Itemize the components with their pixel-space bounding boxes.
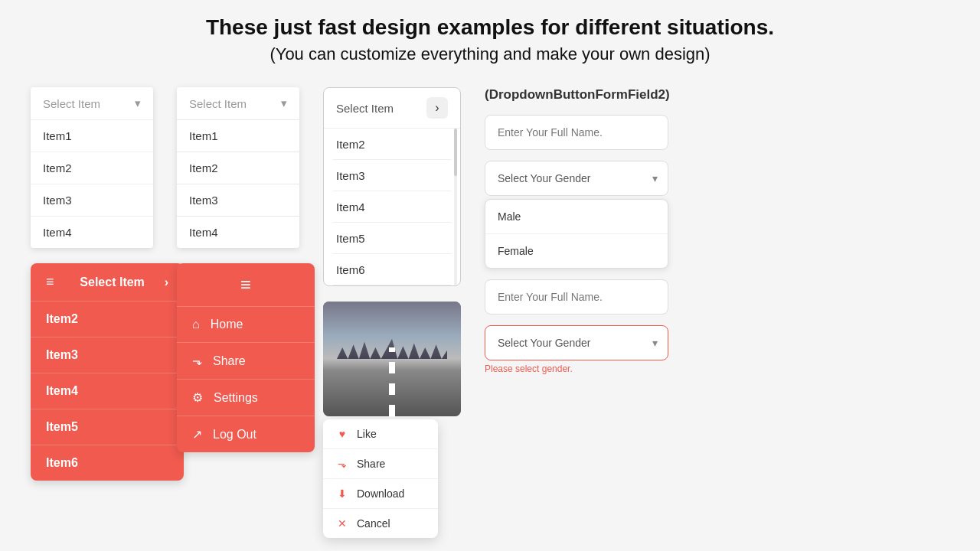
cancel-icon: ✕ <box>335 517 349 530</box>
context-item-like[interactable]: ♥ Like <box>323 419 438 449</box>
list-item[interactable]: Item6 <box>31 445 184 481</box>
col-dropdown-arrow: Select Item › Item2 Item3 Item4 Item5 It… <box>323 87 472 538</box>
list-item[interactable]: Item4 <box>324 191 460 223</box>
dropdown-red-header[interactable]: ≡ Select Item › <box>31 263 184 301</box>
dropdown-red[interactable]: ≡ Select Item › Item2 Item3 Item4 Item5 … <box>31 263 184 481</box>
list-item[interactable]: Item2 <box>177 152 299 184</box>
dropdown-arrow-placeholder: Select Item <box>336 102 394 115</box>
gender-select-wrapper-2: Select Your Gender Male Female ▾ <box>485 325 668 360</box>
menu-red-header[interactable]: ≡ <box>177 263 315 306</box>
logout-icon: ↗ <box>192 427 202 442</box>
menu-red[interactable]: ≡ ⌂ Home ⬎ Share ⚙ Settings <box>177 263 315 452</box>
chevron-down-icon: ▾ <box>135 96 141 110</box>
list-item[interactable]: Item1 <box>177 119 299 152</box>
share-icon: ⬎ <box>335 457 349 471</box>
list-item[interactable]: Item4 <box>177 216 299 248</box>
context-item-label: Cancel <box>357 517 390 530</box>
gender-select-error[interactable]: Select Your Gender Male Female <box>485 325 668 360</box>
dropdown-flat[interactable]: Select Item ▾ Item1 Item2 Item3 Item4 <box>31 87 153 248</box>
list-item[interactable]: Item3 <box>31 337 184 373</box>
dropdown-lined-placeholder: Select Item <box>189 97 247 110</box>
col-form: (DropdownButtonFormField2) Select Your G… <box>485 87 676 374</box>
page-header: These just fast design examples for diff… <box>31 15 949 64</box>
dropdown-arrow-header[interactable]: Select Item › <box>324 88 460 128</box>
chevron-right-icon: › <box>165 276 168 289</box>
heart-icon: ♥ <box>335 427 349 441</box>
settings-icon: ⚙ <box>192 390 203 405</box>
menu-item-home[interactable]: ⌂ Home <box>177 306 315 342</box>
header-line1: These just fast design examples for diff… <box>31 15 949 40</box>
download-icon: ⬇ <box>335 487 349 500</box>
full-name-input-1[interactable] <box>485 115 668 150</box>
dropdown-lined-header[interactable]: Select Item ▾ <box>177 87 299 119</box>
context-item-label: Download <box>357 487 404 500</box>
gender-option-male[interactable]: Male <box>485 200 668 234</box>
scroll-track <box>454 129 457 285</box>
menu-lines-icon: ≡ <box>46 274 54 290</box>
dropdown-arrow[interactable]: Select Item › Item2 Item3 Item4 Item5 It… <box>323 87 461 286</box>
col-dropdown-flat: Select Item ▾ Item1 Item2 Item3 Item4 ≡ … <box>31 87 165 481</box>
list-item[interactable]: Item5 <box>31 409 184 445</box>
form-title: (DropdownButtonFormField2) <box>485 87 668 103</box>
home-icon: ⌂ <box>192 318 200 331</box>
col-dropdown-lined: Select Item ▾ Item1 Item2 Item3 Item4 ≡ … <box>177 87 311 452</box>
dropdown-red-placeholder: Select Item <box>80 276 144 289</box>
list-item[interactable]: Item2 <box>31 301 184 337</box>
list-item[interactable]: Item2 <box>31 152 153 184</box>
list-item[interactable]: Item6 <box>324 254 460 285</box>
dropdown-flat-placeholder: Select Item <box>43 97 100 110</box>
menu-item-logout[interactable]: ↗ Log Out <box>177 416 315 452</box>
list-item[interactable]: Item4 <box>31 217 153 248</box>
dropdown-flat-header[interactable]: Select Item ▾ <box>31 87 153 120</box>
context-item-share[interactable]: ⬎ Share <box>323 449 438 479</box>
dropdown-arrow-items: Item2 Item3 Item4 Item5 Item6 <box>324 128 460 285</box>
context-item-cancel[interactable]: ✕ Cancel <box>323 509 438 538</box>
menu-item-label: Home <box>211 318 243 331</box>
context-item-label: Share <box>357 458 385 470</box>
main-content: Select Item ▾ Item1 Item2 Item3 Item4 ≡ … <box>31 87 949 538</box>
list-item[interactable]: Item2 <box>324 129 460 160</box>
menu-item-label: Log Out <box>213 428 256 442</box>
gender-select-1[interactable]: Select Your Gender Male Female <box>485 161 668 196</box>
list-item[interactable]: Item4 <box>31 373 184 409</box>
gender-select-wrapper-1: Select Your Gender Male Female ▾ <box>485 161 668 196</box>
form-area: (DropdownButtonFormField2) Select Your G… <box>485 87 668 374</box>
context-item-download[interactable]: ⬇ Download <box>323 479 438 509</box>
list-item[interactable]: Item1 <box>31 120 153 152</box>
menu-item-label: Settings <box>214 391 258 405</box>
road-background <box>323 302 461 416</box>
full-name-input-2[interactable] <box>485 279 668 315</box>
share-icon: ⬎ <box>192 354 202 368</box>
scroll-thumb <box>454 129 457 176</box>
gender-dropdown-open[interactable]: Male Female <box>485 199 668 269</box>
menu-item-share[interactable]: ⬎ Share <box>177 342 315 379</box>
menu-item-settings[interactable]: ⚙ Settings <box>177 379 315 416</box>
road-image <box>323 302 461 416</box>
arrow-button[interactable]: › <box>426 97 448 119</box>
list-item[interactable]: Item3 <box>177 184 299 216</box>
gender-option-female[interactable]: Female <box>485 234 668 268</box>
error-text: Please select gender. <box>485 364 668 374</box>
context-item-label: Like <box>357 428 377 440</box>
dropdown-lined[interactable]: Select Item ▾ Item1 Item2 Item3 Item4 <box>177 87 299 248</box>
context-menu[interactable]: ♥ Like ⬎ Share ⬇ Download ✕ Cancel <box>323 419 438 538</box>
chevron-down-icon: ▾ <box>281 96 287 110</box>
list-item[interactable]: Item5 <box>324 223 460 254</box>
menu-lines-icon: ≡ <box>240 274 251 295</box>
list-item[interactable]: Item3 <box>324 160 460 191</box>
list-item[interactable]: Item3 <box>31 184 153 217</box>
menu-item-label: Share <box>213 354 246 368</box>
road-line <box>389 347 395 416</box>
header-line2: (You can customize everything and make y… <box>31 44 949 64</box>
